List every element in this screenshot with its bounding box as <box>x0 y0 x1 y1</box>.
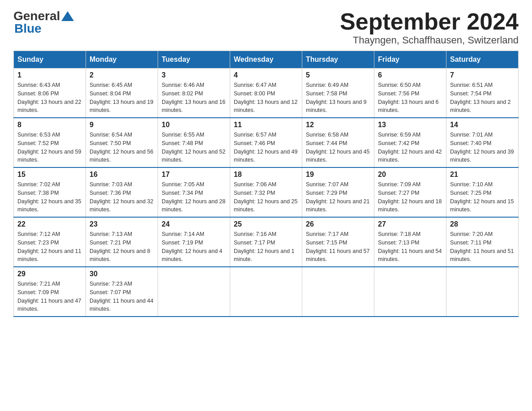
day-info: Sunrise: 6:58 AMSunset: 7:44 PMDaylight:… <box>306 132 369 163</box>
day-info: Sunrise: 7:01 AMSunset: 7:40 PMDaylight:… <box>450 132 514 163</box>
logo: General Blue <box>13 9 74 36</box>
day-number: 28 <box>450 220 515 228</box>
week-row-1: 1 Sunrise: 6:43 AMSunset: 8:06 PMDayligh… <box>14 68 519 118</box>
day-info: Sunrise: 6:46 AMSunset: 8:02 PMDaylight:… <box>162 82 225 113</box>
day-number: 24 <box>162 220 226 228</box>
day-info: Sunrise: 6:55 AMSunset: 7:48 PMDaylight:… <box>162 132 225 163</box>
calendar-cell: 23 Sunrise: 7:13 AMSunset: 7:21 PMDaylig… <box>86 217 158 267</box>
day-number: 8 <box>17 121 82 129</box>
logo-triangle-icon <box>61 11 74 23</box>
calendar-cell: 29 Sunrise: 7:21 AMSunset: 7:09 PMDaylig… <box>14 267 86 317</box>
calendar-cell: 11 Sunrise: 6:57 AMSunset: 7:46 PMDaylig… <box>230 118 302 167</box>
calendar-cell: 10 Sunrise: 6:55 AMSunset: 7:48 PMDaylig… <box>158 118 230 167</box>
day-info: Sunrise: 7:05 AMSunset: 7:34 PMDaylight:… <box>162 181 225 213</box>
day-number: 13 <box>378 121 442 129</box>
calendar-table: SundayMondayTuesdayWednesdayThursdayFrid… <box>13 51 519 317</box>
calendar-cell: 8 Sunrise: 6:53 AMSunset: 7:52 PMDayligh… <box>14 118 86 167</box>
day-number: 26 <box>306 220 370 228</box>
day-info: Sunrise: 7:13 AMSunset: 7:21 PMDaylight:… <box>90 231 150 262</box>
logo-blue-text: Blue <box>14 21 74 36</box>
calendar-cell: 5 Sunrise: 6:49 AMSunset: 7:58 PMDayligh… <box>302 68 374 118</box>
day-info: Sunrise: 6:54 AMSunset: 7:50 PMDaylight:… <box>90 132 153 163</box>
day-info: Sunrise: 6:45 AMSunset: 8:04 PMDaylight:… <box>90 82 153 113</box>
calendar-cell <box>446 267 519 317</box>
day-number: 16 <box>90 171 154 179</box>
day-number: 20 <box>378 171 442 179</box>
day-number: 3 <box>162 71 226 79</box>
calendar-cell: 20 Sunrise: 7:09 AMSunset: 7:27 PMDaylig… <box>374 167 446 217</box>
calendar-cell: 1 Sunrise: 6:43 AMSunset: 8:06 PMDayligh… <box>14 68 86 118</box>
day-number: 11 <box>234 121 298 129</box>
week-row-2: 8 Sunrise: 6:53 AMSunset: 7:52 PMDayligh… <box>14 118 519 167</box>
day-number: 12 <box>306 121 370 129</box>
weekday-header-tuesday: Tuesday <box>158 51 230 68</box>
calendar-cell: 15 Sunrise: 7:02 AMSunset: 7:38 PMDaylig… <box>14 167 86 217</box>
calendar-cell: 7 Sunrise: 6:51 AMSunset: 7:54 PMDayligh… <box>446 68 519 118</box>
calendar-cell: 17 Sunrise: 7:05 AMSunset: 7:34 PMDaylig… <box>158 167 230 217</box>
day-number: 17 <box>162 171 226 179</box>
weekday-header-thursday: Thursday <box>302 51 374 68</box>
calendar-cell: 6 Sunrise: 6:50 AMSunset: 7:56 PMDayligh… <box>374 68 446 118</box>
day-number: 19 <box>306 171 370 179</box>
calendar-cell: 27 Sunrise: 7:18 AMSunset: 7:13 PMDaylig… <box>374 217 446 267</box>
week-row-4: 22 Sunrise: 7:12 AMSunset: 7:23 PMDaylig… <box>14 217 519 267</box>
day-info: Sunrise: 6:57 AMSunset: 7:46 PMDaylight:… <box>234 132 297 163</box>
day-number: 25 <box>234 220 298 228</box>
day-info: Sunrise: 7:12 AMSunset: 7:23 PMDaylight:… <box>17 231 81 262</box>
calendar-cell: 18 Sunrise: 7:06 AMSunset: 7:32 PMDaylig… <box>230 167 302 217</box>
day-number: 18 <box>234 171 298 179</box>
day-number: 2 <box>90 71 154 79</box>
calendar-cell: 26 Sunrise: 7:17 AMSunset: 7:15 PMDaylig… <box>302 217 374 267</box>
day-number: 27 <box>378 220 442 228</box>
day-number: 29 <box>17 270 82 278</box>
week-row-3: 15 Sunrise: 7:02 AMSunset: 7:38 PMDaylig… <box>14 167 519 217</box>
day-number: 14 <box>450 121 515 129</box>
day-info: Sunrise: 7:14 AMSunset: 7:19 PMDaylight:… <box>162 231 223 262</box>
day-info: Sunrise: 7:16 AMSunset: 7:17 PMDaylight:… <box>234 231 295 262</box>
day-number: 21 <box>450 171 515 179</box>
day-info: Sunrise: 7:10 AMSunset: 7:25 PMDaylight:… <box>450 181 514 213</box>
calendar-cell <box>302 267 374 317</box>
calendar-location: Thayngen, Schaffhausen, Switzerland <box>340 34 519 46</box>
calendar-cell: 13 Sunrise: 6:59 AMSunset: 7:42 PMDaylig… <box>374 118 446 167</box>
weekday-header-sunday: Sunday <box>14 51 86 68</box>
weekday-header-saturday: Saturday <box>446 51 519 68</box>
day-number: 6 <box>378 71 442 79</box>
weekday-header-row: SundayMondayTuesdayWednesdayThursdayFrid… <box>14 51 519 68</box>
day-info: Sunrise: 7:06 AMSunset: 7:32 PMDaylight:… <box>234 181 297 213</box>
day-info: Sunrise: 6:47 AMSunset: 8:00 PMDaylight:… <box>234 82 297 113</box>
day-info: Sunrise: 7:23 AMSunset: 7:07 PMDaylight:… <box>90 281 153 312</box>
calendar-cell: 24 Sunrise: 7:14 AMSunset: 7:19 PMDaylig… <box>158 217 230 267</box>
calendar-cell: 12 Sunrise: 6:58 AMSunset: 7:44 PMDaylig… <box>302 118 374 167</box>
calendar-cell: 22 Sunrise: 7:12 AMSunset: 7:23 PMDaylig… <box>14 217 86 267</box>
calendar-cell: 19 Sunrise: 7:07 AMSunset: 7:29 PMDaylig… <box>302 167 374 217</box>
day-number: 4 <box>234 71 298 79</box>
day-number: 1 <box>17 71 82 79</box>
page-header: General Blue September 2024 Thayngen, Sc… <box>13 9 519 46</box>
day-info: Sunrise: 6:51 AMSunset: 7:54 PMDaylight:… <box>450 82 511 113</box>
calendar-cell <box>230 267 302 317</box>
day-info: Sunrise: 6:53 AMSunset: 7:52 PMDaylight:… <box>17 132 81 163</box>
day-info: Sunrise: 6:43 AMSunset: 8:06 PMDaylight:… <box>17 82 81 113</box>
calendar-cell: 30 Sunrise: 7:23 AMSunset: 7:07 PMDaylig… <box>86 267 158 317</box>
calendar-title: September 2024 <box>340 9 519 34</box>
calendar-cell: 9 Sunrise: 6:54 AMSunset: 7:50 PMDayligh… <box>86 118 158 167</box>
day-number: 9 <box>90 121 154 129</box>
calendar-cell: 4 Sunrise: 6:47 AMSunset: 8:00 PMDayligh… <box>230 68 302 118</box>
calendar-cell: 28 Sunrise: 7:20 AMSunset: 7:11 PMDaylig… <box>446 217 519 267</box>
title-block: September 2024 Thayngen, Schaffhausen, S… <box>340 9 519 46</box>
calendar-cell: 21 Sunrise: 7:10 AMSunset: 7:25 PMDaylig… <box>446 167 519 217</box>
calendar-cell <box>158 267 230 317</box>
day-number: 10 <box>162 121 226 129</box>
calendar-cell: 14 Sunrise: 7:01 AMSunset: 7:40 PMDaylig… <box>446 118 519 167</box>
day-number: 7 <box>450 71 515 79</box>
weekday-header-friday: Friday <box>374 51 446 68</box>
calendar-cell: 25 Sunrise: 7:16 AMSunset: 7:17 PMDaylig… <box>230 217 302 267</box>
day-info: Sunrise: 7:02 AMSunset: 7:38 PMDaylight:… <box>17 181 81 213</box>
day-number: 30 <box>90 270 154 278</box>
day-info: Sunrise: 7:09 AMSunset: 7:27 PMDaylight:… <box>378 181 442 213</box>
weekday-header-monday: Monday <box>86 51 158 68</box>
weekday-header-wednesday: Wednesday <box>230 51 302 68</box>
calendar-cell: 16 Sunrise: 7:03 AMSunset: 7:36 PMDaylig… <box>86 167 158 217</box>
day-number: 23 <box>90 220 154 228</box>
